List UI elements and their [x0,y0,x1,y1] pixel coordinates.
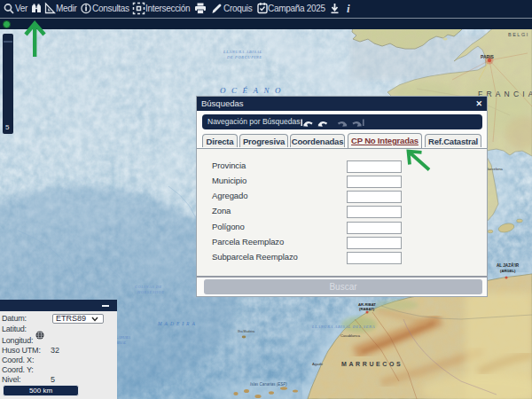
svg-text:AL JAZÁ'IR: AL JAZÁ'IR [497,262,520,268]
svg-text:(RABAT): (RABAT) [359,307,375,311]
svg-text:LLANURA ABISAL: LLANURA ABISAL [223,50,262,54]
svg-text:Agadir: Agadir [312,362,324,366]
svg-text:Casablanca: Casablanca [340,333,361,338]
svg-text:MARRUECOS: MARRUECOS [341,361,403,367]
svg-text:BELGI: BELGI [508,32,529,37]
svg-text:DE PORCUPINE: DE PORCUPINE [226,55,262,59]
svg-text:Islas Canarias (ESP): Islas Canarias (ESP) [250,382,287,387]
svg-text:PARIS: PARIS [481,54,495,59]
svg-text:Barcelona: Barcelona [486,167,504,171]
svg-text:COLINAS DE: COLINAS DE [135,285,162,289]
svg-text:HORSESHOE: HORSESHOE [137,290,165,294]
svg-text:OCÉANO: OCÉANO [220,86,286,95]
svg-text:MADEIRA: MADEIRA [157,321,198,326]
svg-text:Ilha Madeira: Ilha Madeira [238,330,254,333]
svg-text:(ARGEL): (ARGEL) [500,269,516,273]
svg-text:LLANURA ABISAL DEL SENA: LLANURA ABISAL DEL SENA [311,325,375,329]
